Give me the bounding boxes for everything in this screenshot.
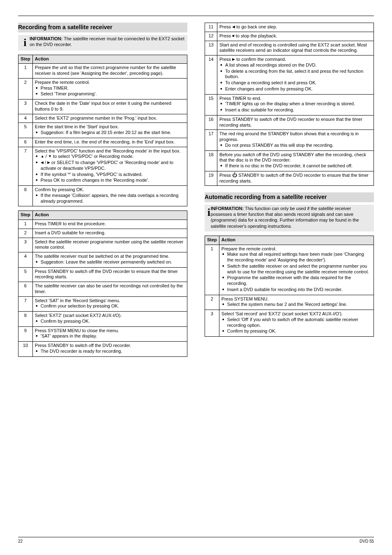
list-item: Confirm your selection by pressing OK.	[35, 303, 185, 309]
list-item: Select 'Timer programming'.	[35, 91, 185, 97]
list-item: / or SELECT to change 'VPS/PDC' or 'Reco…	[35, 160, 185, 171]
step-text: Press TIMER to end. 'TIMER' lights up on…	[217, 94, 374, 115]
list-item: Make sure that all required settings hav…	[221, 252, 371, 263]
step-num: 1	[18, 220, 33, 229]
col-action: Action	[32, 211, 187, 220]
step-text: Press STANDBY to switch off the DVD reco…	[32, 267, 187, 282]
list-item: The DVD recorder is ready for recording.	[35, 349, 185, 354]
triangle-down-icon	[48, 154, 52, 159]
power-icon: ⏻	[232, 173, 237, 178]
step-num: 17	[205, 130, 217, 150]
step-text: The red ring around the STANDBY button s…	[217, 130, 374, 150]
step-text: The satellite receiver can also be used …	[32, 282, 187, 297]
list-item: Suggestion: If a film begins at 20:15 en…	[35, 130, 185, 136]
step-num: 8	[18, 312, 33, 327]
step-num: 19	[205, 171, 217, 186]
footer-page: 22	[18, 539, 23, 543]
step-num: 7	[18, 296, 33, 312]
list-item: 'TIMER' lights up on the display when a …	[219, 101, 371, 107]
step-num: 10	[18, 342, 33, 357]
list-item: To change a recording select it and pres…	[219, 80, 371, 86]
step-num: 1	[18, 64, 33, 79]
step-text: Insert a DVD suitable for recording.	[32, 229, 187, 238]
step-num: 9	[18, 326, 33, 342]
step-text: Select the 'VPS/PDC' function and the 'R…	[32, 147, 187, 186]
list-item: Press TIMER.	[35, 86, 185, 91]
step-text: Select 'EXT2' (scart socket EXT2 AUX-I/O…	[32, 312, 187, 327]
list-item: If the message 'Collision' appears, the …	[35, 193, 185, 204]
step-num: 13	[205, 41, 217, 56]
info-icon: i	[21, 36, 30, 48]
step-num: 8	[18, 186, 33, 206]
list-item: Confirm by pressing OK.	[35, 319, 185, 324]
triangle-right-icon	[47, 160, 50, 165]
col-action: Action	[32, 55, 187, 64]
step-num: 3	[18, 238, 33, 252]
step-num: 14	[205, 56, 217, 95]
list-item: Press OK to confirm changes in the 'Reco…	[35, 178, 185, 183]
step-num: 16	[205, 115, 217, 130]
step-text: Prepare the remote control. Make sure th…	[219, 245, 374, 295]
list-item: To delete a recording from the list, sel…	[219, 69, 371, 80]
page-footer: 22 DVD 55	[18, 537, 374, 543]
step-text: Enter the end time, i.e. the end of the …	[32, 138, 187, 147]
step-text: Press TIMER to end the procedure.	[32, 220, 187, 229]
table-recording-continue: 11Press to go back one step. 12Press to …	[205, 23, 374, 186]
step-text: Press to go back one step.	[217, 23, 374, 32]
col-step: Step	[205, 236, 219, 245]
step-text: Press SYSTEM MENU. Select the system men…	[219, 295, 374, 310]
table-recording-start: StepAction 1Press TIMER to end the proce…	[18, 210, 187, 356]
col-step: Step	[18, 211, 33, 220]
step-num: 2	[18, 229, 33, 238]
step-num: 5	[18, 267, 33, 282]
info-icon: i	[207, 206, 211, 218]
list-item: 'SAT' appears in the display.	[35, 333, 185, 339]
list-item: Programme the satellite receiver with th…	[221, 275, 371, 287]
footer-model: DVD 55	[360, 539, 374, 543]
step-text: Press STANDBY to switch off the DVD reco…	[217, 115, 374, 130]
step-text: Prepare the remote control. Press TIMER.…	[32, 78, 187, 99]
note-label: INFORMATION:	[30, 36, 62, 41]
step-text: Enter the start time in the 'Start' inpu…	[32, 123, 187, 138]
step-text: Select 'Sat record' and 'EXT2' (scart so…	[219, 310, 374, 337]
list-item: If the symbol '*' is showing, 'VPS/PDC' …	[35, 172, 185, 178]
section-title-recording: Recording from a satellite receiver	[18, 23, 187, 32]
step-text: Before you switch off the DVD using STAN…	[217, 150, 374, 171]
step-text: Confirm by pressing OK. If the message '…	[32, 186, 187, 206]
triangle-up-icon	[41, 154, 44, 159]
triangle-left-icon	[41, 160, 44, 165]
list-item: A list shows all recordings stored on th…	[219, 62, 371, 68]
step-num: 6	[18, 138, 33, 147]
step-text: Press STANDBY to switch off the DVD reco…	[32, 342, 187, 357]
step-num: 5	[18, 123, 33, 138]
list-item: Switch the satellite receiver on and sel…	[221, 264, 371, 275]
step-num: 6	[18, 282, 33, 297]
step-text: Press SYSTEM MENU to close the menu. 'SA…	[32, 326, 187, 342]
step-num: 11	[205, 23, 217, 32]
step-num: 4	[18, 114, 33, 123]
list-item: Confirm by pressing OK.	[221, 328, 371, 334]
step-text: The satellite receiver must be switched …	[32, 252, 187, 268]
step-num: 18	[205, 150, 217, 171]
note-recording: i INFORMATION: The satellite receiver mu…	[18, 35, 187, 51]
step-text: Check the date in the 'Date' input box o…	[32, 99, 187, 114]
step-num: 4	[18, 252, 33, 268]
step-num: 12	[205, 32, 217, 41]
note-automatic: i INFORMATION: This function can only be…	[205, 205, 374, 231]
step-text: Press ⏻ STANDBY to switch off the DVD re…	[217, 171, 374, 186]
step-text: Start and end of recording is controlled…	[217, 41, 374, 56]
table-automatic: StepAction 1 Prepare the remote control.…	[205, 236, 374, 337]
note-label: INFORMATION:	[211, 206, 244, 211]
list-item: Select 'Off' if you wish to switch off t…	[221, 317, 371, 328]
list-item: Insert a DVD suitable for recording into…	[221, 287, 371, 293]
list-item: Select the system menu bar 2 and the 'Re…	[221, 302, 371, 308]
col-action: Action	[219, 236, 374, 245]
list-item: Suggestion: Leave the satellite receiver…	[35, 259, 185, 265]
list-item: Insert a disc suitable for recording.	[219, 107, 371, 113]
list-item: / to select 'VPS/PDC' or Recording mode.	[35, 154, 185, 160]
step-num: 1	[205, 245, 219, 295]
step-num: 15	[205, 94, 217, 115]
step-num: 7	[18, 147, 33, 186]
list-item: Enter changes and confirm by pressing OK…	[219, 86, 371, 92]
step-num: 2	[205, 295, 219, 310]
